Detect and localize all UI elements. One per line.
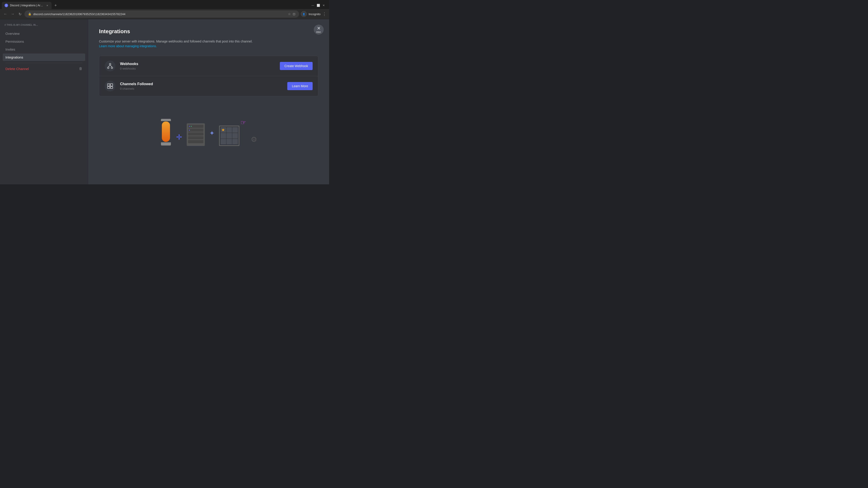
create-webhook-button[interactable]: Create Webhook bbox=[280, 62, 313, 70]
tab-close-button[interactable]: ✕ bbox=[46, 4, 49, 7]
split-screen-icon[interactable]: ⊡ bbox=[293, 12, 296, 16]
url-text: discord.com/channels/1182362010067935253… bbox=[33, 12, 125, 16]
maximize-button[interactable]: ⬜ bbox=[316, 4, 320, 7]
webhooks-icon-wrap bbox=[105, 61, 116, 71]
description-text: Customize your server with integrations.… bbox=[99, 39, 318, 48]
incognito-label: Incognito bbox=[309, 12, 320, 16]
cursor-hand-decoration: ☞ bbox=[241, 119, 246, 126]
integration-cards: Webhooks 0 webhooks Create Webhook bbox=[99, 56, 318, 96]
learn-more-button[interactable]: Learn More bbox=[287, 82, 313, 90]
lava-lamp-decoration bbox=[160, 119, 172, 146]
svg-line-3 bbox=[108, 65, 110, 67]
back-button[interactable]: ← bbox=[3, 11, 8, 17]
channels-followed-info: Channels Followed 0 channels bbox=[120, 82, 283, 90]
svg-point-0 bbox=[107, 67, 109, 69]
plus-decoration: ✛ bbox=[176, 133, 182, 141]
tab-title: Discord | Integrations | Artists D... bbox=[10, 4, 43, 7]
channels-followed-icon-wrap bbox=[105, 80, 116, 92]
invites-label: Invites bbox=[5, 47, 15, 51]
refresh-button[interactable]: ↻ bbox=[17, 11, 23, 17]
svg-point-1 bbox=[110, 63, 111, 65]
forward-button[interactable]: → bbox=[10, 11, 16, 17]
star-icon[interactable]: ☆ bbox=[288, 12, 291, 16]
close-window-button[interactable]: ✕ bbox=[322, 4, 326, 7]
server-rack-decoration bbox=[187, 123, 205, 146]
delete-channel-label: Delete Channel bbox=[5, 67, 29, 71]
svg-point-2 bbox=[111, 67, 113, 69]
new-tab-button[interactable]: + bbox=[53, 2, 59, 8]
minimize-button[interactable]: — bbox=[311, 4, 315, 7]
active-tab[interactable]: D Discord | Integrations | Artists D... … bbox=[2, 2, 52, 9]
svg-rect-8 bbox=[110, 87, 113, 88]
webhooks-info: Webhooks 0 webhooks bbox=[120, 62, 275, 70]
profile-avatar[interactable]: 👤 bbox=[301, 11, 307, 17]
description-link[interactable]: Learn more about managing integrations. bbox=[99, 44, 157, 48]
sidebar-item-permissions[interactable]: Permissions bbox=[3, 38, 85, 45]
channels-followed-icon bbox=[107, 83, 113, 89]
star-decoration: ✦ bbox=[209, 129, 215, 137]
webhooks-icon bbox=[107, 63, 113, 69]
webhooks-subtitle: 0 webhooks bbox=[120, 67, 275, 70]
main-content: ✕ ESC Integrations Customize your server… bbox=[88, 19, 329, 184]
gear-decoration: ⚙ bbox=[251, 135, 257, 144]
sidebar-divider bbox=[5, 63, 83, 63]
permissions-label: Permissions bbox=[5, 39, 24, 43]
channels-followed-title: Channels Followed bbox=[120, 82, 283, 86]
lock-icon: 🔒 bbox=[28, 12, 31, 15]
sidebar-item-integrations[interactable]: Integrations bbox=[3, 54, 85, 61]
window-controls: — ⬜ ✕ bbox=[311, 4, 327, 7]
tab-bar: D Discord | Integrations | Artists D... … bbox=[0, 0, 329, 9]
close-settings-button[interactable]: ✕ ESC bbox=[314, 25, 324, 35]
app-container: # THIS-IS-MY-CHANNEL IN... Overview Perm… bbox=[0, 19, 329, 184]
svg-rect-7 bbox=[107, 87, 110, 88]
page-title: Integrations bbox=[99, 28, 318, 35]
overview-label: Overview bbox=[5, 32, 20, 35]
svg-line-4 bbox=[110, 65, 112, 67]
webhooks-title: Webhooks bbox=[120, 62, 275, 66]
sidebar: # THIS-IS-MY-CHANNEL IN... Overview Perm… bbox=[0, 19, 88, 184]
browser-chrome: D Discord | Integrations | Artists D... … bbox=[0, 0, 329, 19]
trash-icon: 🗑 bbox=[79, 67, 83, 71]
address-bar[interactable]: 🔒 discord.com/channels/11823620100679352… bbox=[24, 10, 299, 18]
esc-label: ESC bbox=[316, 31, 321, 33]
integrations-label: Integrations bbox=[5, 55, 23, 59]
sidebar-item-delete-channel[interactable]: Delete Channel 🗑 bbox=[3, 65, 85, 72]
close-x-icon: ✕ bbox=[317, 26, 321, 31]
gear-area: ★ ☞ bbox=[219, 119, 246, 146]
webhooks-card: Webhooks 0 webhooks Create Webhook bbox=[99, 56, 318, 76]
more-options-button[interactable]: ⋮ bbox=[322, 11, 327, 17]
sidebar-item-invites[interactable]: Invites bbox=[3, 46, 85, 53]
address-bar-row: ← → ↻ 🔒 discord.com/channels/11823620100… bbox=[0, 9, 329, 19]
illustration-area: ✛ ✦ bbox=[99, 105, 318, 146]
channels-followed-card: Channels Followed 0 channels Learn More bbox=[99, 76, 318, 96]
tab-favicon: D bbox=[4, 4, 8, 7]
profile-area: 👤 Incognito bbox=[301, 11, 320, 17]
channel-name-header: # THIS-IS-MY-CHANNEL IN... bbox=[3, 24, 85, 30]
channels-followed-subtitle: 0 channels bbox=[120, 87, 283, 90]
sidebar-item-overview[interactable]: Overview bbox=[3, 30, 85, 37]
address-right: ☆ ⊡ bbox=[288, 12, 296, 16]
svg-rect-6 bbox=[110, 84, 113, 86]
